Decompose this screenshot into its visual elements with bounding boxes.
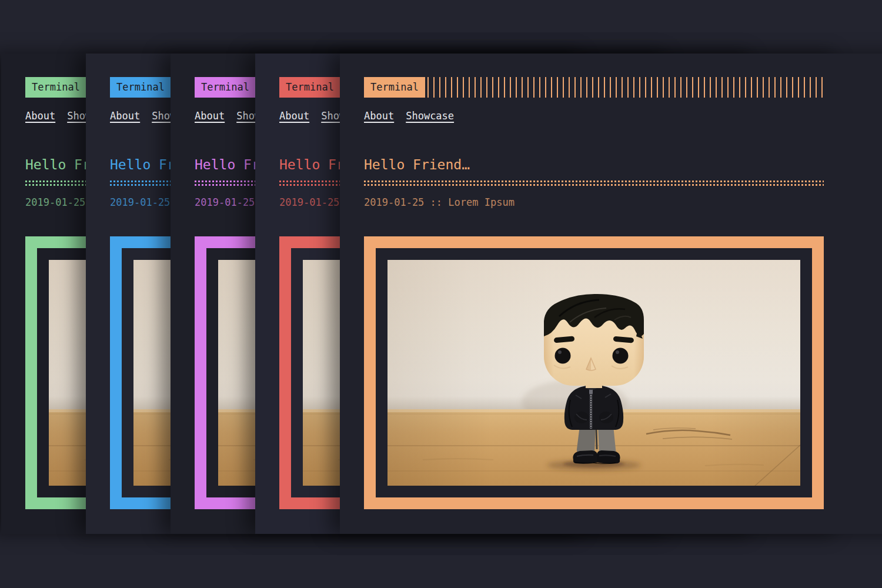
title-separator-dots [364,181,824,186]
figure-left-eye [555,348,571,364]
featured-image-frame [364,236,824,509]
menu-link-showcase[interactable]: Showcase [406,110,454,122]
site-logo[interactable]: Terminal [364,77,425,98]
site-logo[interactable]: Terminal [195,77,256,98]
funko-figure-photo [387,260,800,486]
menu-link-about[interactable]: About [195,110,225,122]
figure-shoes [573,450,620,464]
figure-jacket [564,385,623,430]
main-menu: About Showcase [364,110,454,122]
figure-head [544,294,644,386]
menu-link-about[interactable]: About [364,110,394,122]
menu-link-about[interactable]: About [25,110,55,122]
menu-link-about[interactable]: About [110,110,140,122]
menu-link-about[interactable]: About [279,110,309,122]
theme-panel-orange: Terminal About Showcase Hello Friend… 20… [340,54,882,534]
site-header: Terminal [364,77,824,98]
site-logo[interactable]: Terminal [279,77,340,98]
site-logo[interactable]: Terminal [25,77,86,98]
post-title[interactable]: Hello Friend… [364,156,470,173]
header-stripes-decoration [427,77,824,98]
figure-right-eye [613,348,629,364]
post-meta: 2019-01-25 :: Lorem Ipsum [364,195,514,210]
site-logo[interactable]: Terminal [110,77,171,98]
composite-stage: Terminal About Showcase Hello Friend… 20… [0,0,882,588]
